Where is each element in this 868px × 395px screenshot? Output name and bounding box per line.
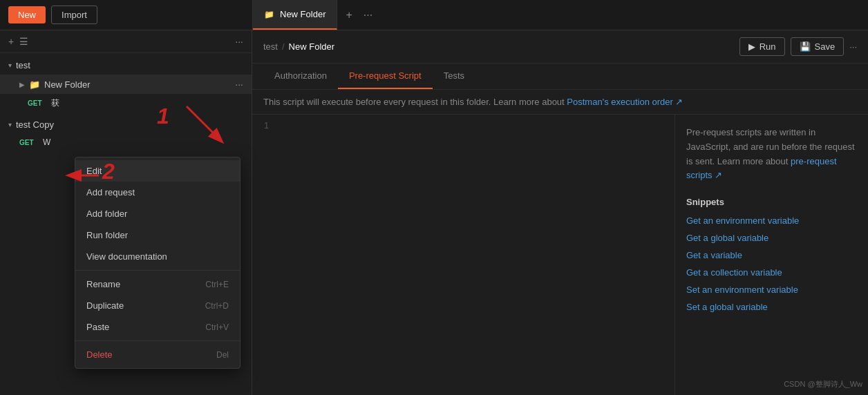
collection-test[interactable]: ▾ test (0, 56, 252, 75)
breadcrumb-current: New Folder (289, 41, 334, 52)
breadcrumb-parent: test (263, 41, 278, 52)
snippet-get-collection-var[interactable]: Get a collection variable (686, 267, 857, 278)
filter-icon[interactable]: ☰ (19, 36, 28, 47)
collection2-name: test Copy (16, 119, 54, 130)
folder-more-icon[interactable]: ··· (235, 79, 243, 90)
menu-item-duplicate[interactable]: Duplicate Ctrl+D (75, 295, 240, 316)
menu-duplicate-label: Duplicate (86, 300, 124, 311)
menu-item-add-request[interactable]: Add request (75, 182, 240, 203)
menu-item-view-docs[interactable]: View documentation (75, 246, 240, 267)
collection-arrow-icon: ▾ (8, 61, 12, 69)
tab-pre-request-script[interactable]: Pre-request Script (338, 64, 433, 89)
menu-item-delete[interactable]: Delete Del (75, 344, 240, 365)
new-button[interactable]: New (8, 6, 46, 23)
watermark: CSDN @整脚诗人_Ww (784, 379, 862, 389)
import-button[interactable]: Import (51, 6, 97, 24)
menu-add-folder-label: Add folder (86, 209, 127, 219)
line-number-1: 1 (252, 121, 280, 131)
main-content: test / New Folder ▶ Run 💾 Save ··· Autho… (252, 30, 868, 395)
tab-tests[interactable]: Tests (433, 64, 475, 89)
context-menu: Edit Add request Add folder Run folder V… (75, 157, 240, 369)
sidebar-toolbar: + ☰ ··· (0, 30, 252, 53)
menu-delete-shortcut: Del (216, 350, 229, 360)
snippet-get-var[interactable]: Get a variable (686, 250, 857, 260)
menu-edit-label: Edit (86, 166, 102, 176)
menu-duplicate-shortcut: Ctrl+D (205, 301, 229, 311)
folder-arrow-icon: ▶ (19, 81, 25, 88)
run-button[interactable]: ▶ Run (739, 37, 785, 56)
menu-view-docs-label: View documentation (86, 251, 167, 262)
collection2-arrow-icon: ▾ (8, 121, 12, 128)
menu-paste-label: Paste (86, 322, 109, 332)
script-description: This script will execute before every re… (252, 90, 868, 114)
script-description-text: This script will execute before every re… (263, 97, 565, 107)
right-panel: › Pre-request scripts are written in Jav… (674, 115, 868, 395)
tab-overflow-button[interactable]: ··· (361, 9, 375, 21)
method-badge: GET (28, 99, 47, 107)
snippet-get-global-var[interactable]: Get a global variable (686, 233, 857, 243)
menu-item-add-folder[interactable]: Add folder (75, 203, 240, 224)
add-collection-icon[interactable]: + (8, 36, 14, 47)
active-tab[interactable]: 📁 New Folder (253, 0, 337, 30)
save-label: Save (815, 41, 836, 52)
run-icon: ▶ (748, 41, 755, 52)
request-item-get-2[interactable]: GET W (0, 134, 252, 151)
run-label: Run (760, 41, 776, 52)
request-item-get[interactable]: GET 获 (0, 94, 252, 113)
folder-tab-icon: 📁 (264, 10, 274, 19)
menu-add-request-label: Add request (86, 187, 135, 198)
snippet-set-env-var[interactable]: Set an environment variable (686, 285, 857, 295)
save-button[interactable]: 💾 Save (791, 37, 845, 56)
menu-item-paste[interactable]: Paste Ctrl+V (75, 316, 240, 338)
folder-icon: 📁 (29, 79, 40, 90)
request-name-2: W (43, 137, 50, 147)
save-icon: 💾 (800, 41, 811, 52)
breadcrumb-separator: / (282, 41, 285, 52)
tab-label: New Folder (280, 9, 326, 19)
menu-paste-shortcut: Ctrl+V (205, 322, 229, 332)
script-description-link[interactable]: Postman's execution order ↗ (567, 97, 683, 107)
top-bar-tabs: 📁 New Folder + ··· (252, 0, 868, 30)
content-body: This script will execute before every re… (252, 90, 868, 395)
menu-divider-2 (75, 340, 240, 341)
top-bar-left: New Import (0, 6, 252, 24)
menu-run-folder-label: Run folder (86, 230, 128, 240)
panel-toggle[interactable]: › (674, 241, 675, 269)
panel-description: Pre-request scripts are written in JavaS… (686, 126, 857, 183)
code-editor[interactable]: 1 (252, 115, 674, 395)
snippet-get-env-var[interactable]: Get an environment variable (686, 215, 857, 226)
content-tabs: Authorization Pre-request Script Tests (252, 64, 868, 90)
folder-name: New Folder (44, 79, 231, 90)
top-bar: New Import 📁 New Folder + ··· (0, 0, 868, 30)
header-actions: ▶ Run 💾 Save ··· (739, 37, 857, 56)
menu-item-run-folder[interactable]: Run folder (75, 224, 240, 246)
request-name: 获 (51, 97, 59, 109)
snippet-set-global-var[interactable]: Set a global variable (686, 302, 857, 312)
sidebar-more-icon[interactable]: ··· (235, 36, 243, 47)
header-more-icon[interactable]: ··· (849, 41, 857, 52)
menu-delete-label: Delete (86, 349, 113, 360)
menu-item-rename[interactable]: Rename Ctrl+E (75, 273, 240, 295)
menu-rename-label: Rename (86, 279, 120, 289)
tab-authorization[interactable]: Authorization (263, 64, 338, 89)
folder-item-new-folder[interactable]: ▶ 📁 New Folder ··· (0, 75, 252, 94)
add-tab-button[interactable]: + (337, 9, 360, 21)
menu-rename-shortcut: Ctrl+E (205, 280, 229, 289)
content-header: test / New Folder ▶ Run 💾 Save ··· (252, 30, 868, 64)
menu-item-edit[interactable]: Edit (75, 160, 240, 182)
collection-name: test (16, 60, 30, 70)
collection-test-copy[interactable]: ▾ test Copy (0, 115, 252, 134)
method-badge-2: GET (19, 139, 39, 146)
editor-wrapper: 1 › Pre-request scripts are written in J… (252, 114, 868, 395)
editor-line-1: 1 (252, 120, 674, 131)
snippets-title: Snippets (686, 197, 857, 207)
menu-divider-1 (75, 270, 240, 271)
main-layout: + ☰ ··· ▾ test ▶ 📁 New Folder ··· GET 获 (0, 30, 868, 395)
breadcrumb: test / New Folder (263, 41, 334, 52)
